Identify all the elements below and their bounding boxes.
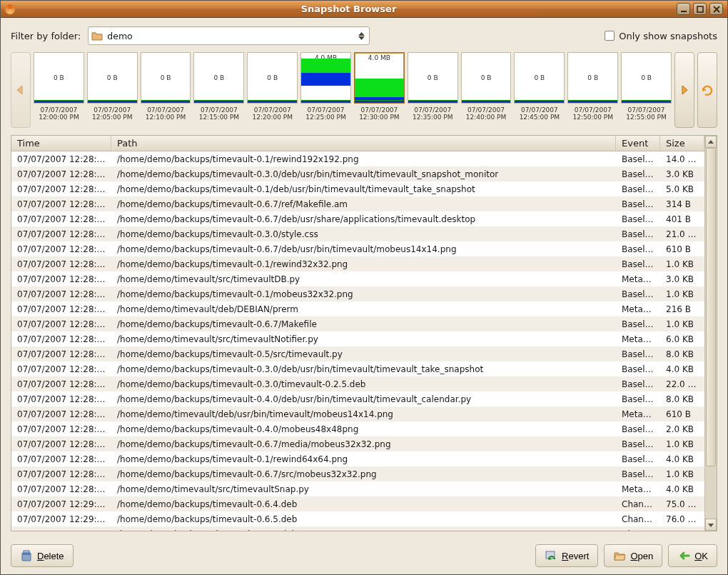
minimize-button[interactable] (677, 3, 690, 15)
table-row[interactable]: 07/07/2007 12:28:10 PM/home/demo/backups… (11, 451, 704, 466)
cell-size: 1.0 KB (660, 439, 704, 449)
table-row[interactable]: 07/07/2007 12:28:10 PM/home/demo/timevau… (11, 406, 704, 421)
svg-rect-1 (697, 6, 703, 12)
cell-time: 07/07/2007 12:28:10 PM (11, 409, 111, 419)
table-row[interactable]: 07/07/2007 12:28:10 PM/home/demo/backups… (11, 151, 704, 166)
scroll-down-button[interactable] (705, 519, 717, 531)
cell-size: 3.0 KB (660, 169, 704, 179)
window: Snapshot Browser Filter by folder: demo … (0, 0, 728, 575)
cell-event: Metadata (616, 274, 660, 284)
cell-time: 07/07/2007 12:28:10 PM (11, 154, 111, 164)
table-row[interactable]: 07/07/2007 12:28:10 PM/home/demo/backups… (11, 226, 704, 241)
timeline-next-button[interactable] (674, 52, 694, 128)
table-row[interactable]: 07/07/2007 12:28:10 PM/home/demo/backups… (11, 181, 704, 196)
cell-time: 07/07/2007 12:28:10 PM (11, 304, 111, 314)
column-size[interactable]: Size (660, 136, 704, 151)
table-row[interactable]: 07/07/2007 12:28:10 PM/home/demo/timevau… (11, 331, 704, 346)
content: Filter by folder: demo Only show snapsho… (1, 18, 727, 574)
cell-time: 07/07/2007 12:28:10 PM (11, 274, 111, 284)
timeline-prev-button[interactable] (11, 52, 31, 128)
delete-button[interactable]: Delete (11, 544, 74, 567)
undo-arrow-icon (701, 84, 714, 96)
cell-time: 07/07/2007 12:28:10 PM (11, 184, 111, 194)
scroll-track[interactable] (705, 148, 717, 519)
folder-select-spinners[interactable] (356, 32, 366, 40)
cell-event: Baseline (616, 199, 660, 209)
snapshot-item[interactable]: 0 B07/07/200712:05:00 PM (87, 52, 138, 128)
snapshot-thumb: 4.0 MB (354, 52, 405, 104)
table-row[interactable]: 07/07/2007 12:28:10 PM/home/demo/backups… (11, 166, 704, 181)
open-button[interactable]: Open (604, 544, 662, 567)
snapshot-item[interactable]: 0 B07/07/200712:45:00 PM (514, 52, 565, 128)
button-row: Delete Revert Open OK (11, 539, 717, 567)
column-time[interactable]: Time (11, 136, 111, 151)
vertical-scrollbar[interactable] (704, 136, 717, 531)
ok-label-rest: K (702, 551, 708, 561)
cell-event: Baseline (616, 469, 660, 479)
snapshot-item[interactable]: 4.0 MB07/07/200712:30:00 PM (354, 52, 405, 128)
table-row[interactable]: 07/07/2007 12:28:10 PM/home/demo/backups… (11, 466, 704, 481)
column-path[interactable]: Path (111, 136, 616, 151)
snapshot-item[interactable]: 0 B07/07/200712:20:00 PM (247, 52, 298, 128)
table-row[interactable]: 07/07/2007 12:28:10 PM/home/demo/backups… (11, 196, 704, 211)
cell-size: 5.0 KB (660, 184, 704, 194)
table-row[interactable]: 07/07/2007 12:29:05 PM/home/demo/backups… (11, 511, 704, 526)
cell-time: 07/07/2007 12:28:10 PM (11, 214, 111, 224)
revert-button[interactable]: Revert (535, 544, 598, 567)
timeline-jump-end-button[interactable] (697, 52, 717, 128)
maximize-button[interactable] (693, 3, 707, 15)
table-row[interactable]: 07/07/2007 12:29:05 PM/home/demo/backups… (11, 496, 704, 511)
cell-time: 07/07/2007 12:28:10 PM (11, 364, 111, 374)
table-row[interactable]: 07/07/2007 12:28:10 PM/home/demo/timevau… (11, 271, 704, 286)
cell-time: 07/07/2007 12:29:05 PM (11, 514, 111, 524)
cell-event: Baseline (616, 184, 660, 194)
snapshot-item[interactable]: 0 B07/07/200712:40:00 PM (461, 52, 512, 128)
cell-size: 82.0 KB (660, 529, 704, 531)
cell-event: Baseline (616, 154, 660, 164)
table-row[interactable]: 07/07/2007 12:28:10 PM/home/demo/backups… (11, 421, 704, 436)
table-row[interactable]: 07/07/2007 12:28:10 PM/home/demo/backups… (11, 391, 704, 406)
snapshot-item[interactable]: 0 B07/07/200712:50:00 PM (567, 52, 618, 128)
table-row[interactable]: 07/07/2007 12:28:10 PM/home/demo/timevau… (11, 301, 704, 316)
table-row[interactable]: 07/07/2007 12:28:10 PM/home/demo/backups… (11, 436, 704, 451)
snapshot-thumb: 4.0 MB (300, 52, 351, 104)
chevron-down-icon (708, 522, 714, 528)
cell-size: 21.0 KB (660, 229, 704, 239)
table-row[interactable]: 07/07/2007 12:28:10 PM/home/demo/backups… (11, 211, 704, 226)
cell-time: 07/07/2007 12:28:10 PM (11, 439, 111, 449)
table-row[interactable]: 07/07/2007 12:28:10 PM/home/demo/backups… (11, 241, 704, 256)
table-row[interactable]: 07/07/2007 12:28:10 PM/home/demo/backups… (11, 286, 704, 301)
table-row[interactable]: 07/07/2007 12:28:10 PM/home/demo/backups… (11, 376, 704, 391)
table-row[interactable]: 07/07/2007 12:28:10 PM/home/demo/backups… (11, 346, 704, 361)
cell-event: Baseline (616, 259, 660, 269)
folder-select[interactable]: demo (88, 26, 370, 45)
snapshot-item[interactable]: 0 B07/07/200712:55:00 PM (621, 52, 672, 128)
column-event[interactable]: Event (616, 136, 660, 151)
cell-event: Baseline (616, 439, 660, 449)
ok-arrow-icon (677, 549, 690, 562)
table-row[interactable]: 07/07/2007 12:28:10 PM/home/demo/backups… (11, 256, 704, 271)
snapshot-item[interactable]: 4.0 MB07/07/200712:25:00 PM (300, 52, 351, 128)
snapshot-label: 07/07/200712:20:00 PM (252, 106, 292, 121)
snapshot-item[interactable]: 0 B07/07/200712:10:00 PM (141, 52, 191, 128)
table-scroll: Time Path Event Size 07/07/2007 12:28:10… (11, 136, 704, 531)
snapshot-item[interactable]: 0 B07/07/200712:15:00 PM (193, 52, 244, 128)
chevron-up-icon (358, 32, 365, 36)
close-button[interactable] (709, 3, 723, 15)
table-body: 07/07/2007 12:28:10 PM/home/demo/backups… (11, 151, 704, 531)
cell-event: Baseline (616, 214, 660, 224)
table-row[interactable]: 07/07/2007 12:28:10 PM/home/demo/backups… (11, 316, 704, 331)
snapshot-item[interactable]: 0 B07/07/200712:00:00 PM (34, 52, 84, 128)
ok-button[interactable]: OK (668, 544, 717, 567)
table-row[interactable]: 07/07/2007 12:29:05 PM/home/demo/backups… (11, 526, 704, 531)
cell-size: 6.0 KB (660, 334, 704, 344)
table-row[interactable]: 07/07/2007 12:28:10 PM/home/demo/backups… (11, 361, 704, 376)
scroll-thumb[interactable] (706, 148, 716, 466)
cell-path: /home/demo/backups/timevault-0.4.0/deb/u… (111, 394, 616, 404)
table-row[interactable]: 07/07/2007 12:28:10 PM/home/demo/timevau… (11, 481, 704, 496)
scroll-up-button[interactable] (705, 136, 717, 148)
cell-path: /home/demo/timevault/deb/usr/bin/timevau… (111, 409, 616, 419)
only-show-snapshots-checkbox[interactable]: Only show snapshots (605, 31, 717, 41)
cell-size: 1.0 KB (660, 289, 704, 299)
snapshot-item[interactable]: 0 B07/07/200712:35:00 PM (408, 52, 458, 128)
